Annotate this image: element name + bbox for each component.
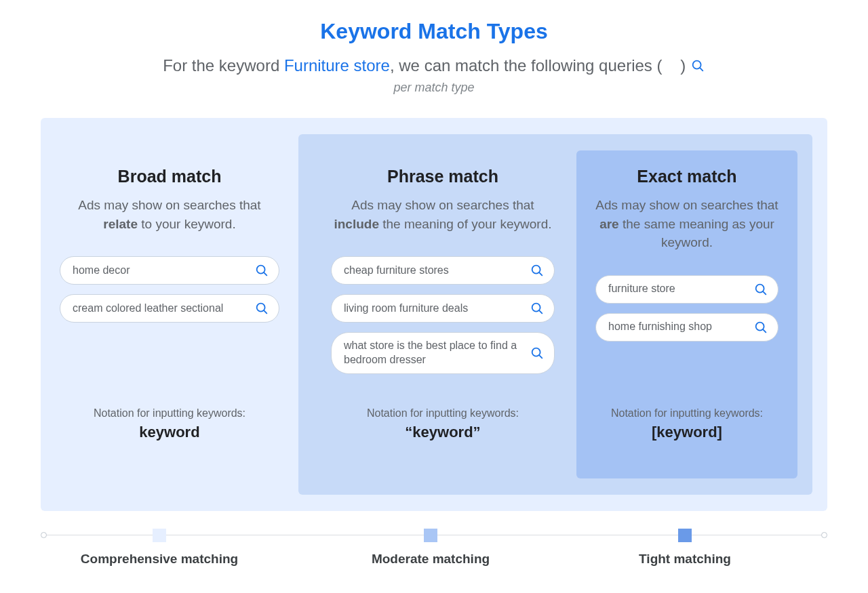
phrase-notation-value: “keyword” <box>309 424 576 441</box>
exact-notation-value: [keyword] <box>576 424 797 441</box>
query-text: cheap furniture stores <box>344 264 449 278</box>
query-pill: cheap furniture stores <box>331 256 555 285</box>
query-text: living room furniture deals <box>344 302 468 316</box>
query-pill: furniture store <box>595 275 778 304</box>
match-types-board: Broad match Ads may show on searches tha… <box>41 118 827 511</box>
svg-line-15 <box>763 329 766 332</box>
broad-title: Broad match <box>60 167 279 186</box>
subtitle: For the keyword Furniture store, we can … <box>41 56 827 75</box>
spectrum-label: Moderate matching <box>372 552 490 567</box>
search-icon <box>753 320 768 335</box>
svg-line-5 <box>264 310 267 313</box>
subtitle-mid: , we can match the following queries ( <box>390 56 663 75</box>
spectrum-marker <box>678 529 692 542</box>
broad-column: Broad match Ads may show on searches tha… <box>41 167 298 323</box>
phrase-title: Phrase match <box>328 167 557 186</box>
broad-notation-label: Notation for inputting keywords: <box>41 407 298 420</box>
search-icon <box>530 301 545 316</box>
query-pill: home decor <box>60 256 279 285</box>
spectrum-label: Comprehensive matching <box>81 552 238 567</box>
query-text: furniture store <box>608 282 675 296</box>
broad-notation-value: keyword <box>41 424 298 441</box>
query-pill: cream colored leather sectional <box>60 294 279 323</box>
query-text: cream colored leather sectional <box>73 302 223 316</box>
exact-notation-label: Notation for inputting keywords: <box>576 407 797 420</box>
spectrum-end-dot <box>821 532 827 538</box>
phrase-column: Phrase match Ads may show on searches th… <box>309 167 576 374</box>
query-pill: what store is the best place to find a b… <box>331 332 555 374</box>
search-icon <box>530 263 545 278</box>
broad-desc: Ads may show on searches that relate to … <box>60 196 279 233</box>
spectrum-end-dot <box>41 532 47 538</box>
page-title: Keyword Match Types <box>41 19 827 44</box>
svg-line-11 <box>539 355 542 358</box>
phrase-notation-label: Notation for inputting keywords: <box>309 407 576 420</box>
query-pill: living room furniture deals <box>331 294 555 323</box>
svg-line-9 <box>539 310 542 313</box>
subtitle-note: per match type <box>41 81 827 95</box>
search-icon <box>753 282 768 297</box>
spectrum-label: Tight matching <box>639 552 731 567</box>
svg-line-3 <box>264 272 267 275</box>
search-icon <box>254 301 269 316</box>
spectrum-marker <box>153 529 166 542</box>
query-pill: home furnishing shop <box>595 313 778 342</box>
svg-line-13 <box>763 291 766 294</box>
query-text: home decor <box>73 264 130 278</box>
query-text: what store is the best place to find a b… <box>344 339 523 367</box>
exact-column: Exact match Ads may show on searches tha… <box>576 167 797 342</box>
exact-title: Exact match <box>595 167 778 186</box>
phrase-desc: Ads may show on searches that include th… <box>328 196 557 233</box>
exact-desc: Ads may show on searches that are the sa… <box>595 196 778 252</box>
search-icon <box>690 56 705 75</box>
svg-line-7 <box>539 272 542 275</box>
subtitle-close-paren: ) <box>680 56 686 75</box>
subtitle-prefix: For the keyword <box>163 56 284 75</box>
subtitle-keyword: Furniture store <box>284 56 390 75</box>
spectrum-marker <box>424 529 437 542</box>
search-icon <box>254 263 269 278</box>
svg-line-1 <box>700 68 703 70</box>
spectrum: Comprehensive matching Moderate matching… <box>41 529 827 576</box>
query-text: home furnishing shop <box>608 320 712 334</box>
search-icon <box>530 346 545 361</box>
